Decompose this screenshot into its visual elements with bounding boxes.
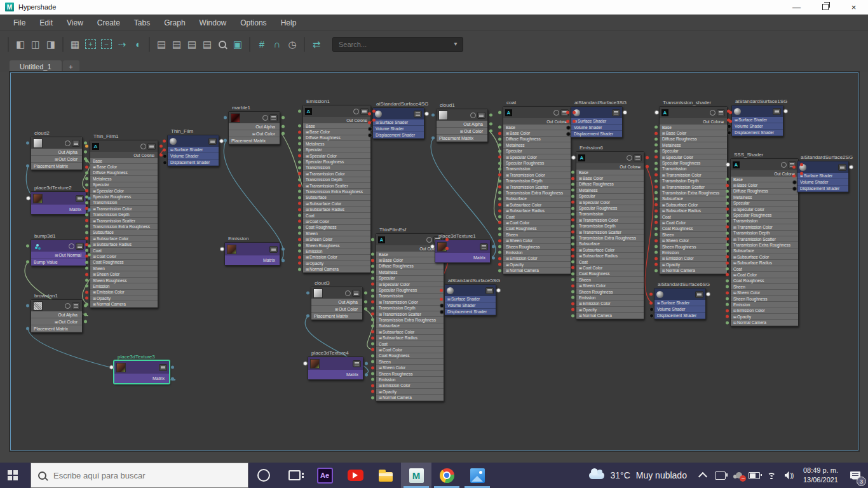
node-attr-row[interactable]: ⊞Out Color xyxy=(31,156,82,163)
magnet-snap-icon[interactable]: ∩ xyxy=(269,37,285,52)
node-aiStandardSurface4SG[interactable]: aiStandardSurface4SG⊞Surface ShaderVolum… xyxy=(372,107,424,139)
node-attr-row[interactable]: Emission xyxy=(376,377,444,383)
port-dot[interactable] xyxy=(498,203,501,207)
node-attr-row[interactable]: Diffuse Roughness xyxy=(503,137,571,142)
port-dot[interactable] xyxy=(498,233,501,236)
port-dot[interactable] xyxy=(371,318,374,322)
port-dot[interactable] xyxy=(571,254,574,257)
port-dot[interactable] xyxy=(726,238,729,241)
node-attr-row[interactable]: ⊞Surface Shader xyxy=(445,296,496,302)
node-out-color-row[interactable]: Out Color⊞ xyxy=(731,170,798,177)
port-dot[interactable] xyxy=(849,165,853,170)
port-dot[interactable] xyxy=(281,132,285,135)
snap-to-grid-icon[interactable]: # xyxy=(254,37,269,52)
node-header[interactable] xyxy=(114,361,169,374)
port-dot[interactable] xyxy=(566,125,571,130)
node-menu-icon[interactable] xyxy=(773,108,781,115)
node-header[interactable] xyxy=(168,135,219,147)
node-attr-row[interactable]: ⊞Subsurface Radius xyxy=(376,335,444,341)
node-attr-row[interactable]: Coat xyxy=(503,214,571,220)
node-attr-row[interactable]: ⊞Transmission Color xyxy=(90,206,158,212)
port-dot[interactable] xyxy=(109,365,114,370)
node-attr-row[interactable]: Displacement Shader xyxy=(445,309,496,315)
node-attr-row[interactable]: Specular xyxy=(576,194,644,200)
port-dot[interactable] xyxy=(371,348,374,351)
node-menu-icon[interactable] xyxy=(147,143,156,150)
port-dot[interactable] xyxy=(445,238,449,241)
port-dot[interactable] xyxy=(85,201,88,204)
node-menu-icon[interactable] xyxy=(72,302,80,309)
node-out-color-row[interactable]: Out Color⊞ xyxy=(660,118,727,125)
port-dot[interactable] xyxy=(298,232,301,235)
node-menu-icon[interactable] xyxy=(838,164,846,171)
node-attr-row[interactable]: Subsurface xyxy=(660,196,727,202)
port-dot[interactable] xyxy=(571,236,574,240)
port-dot[interactable] xyxy=(171,366,174,369)
node-header[interactable] xyxy=(229,112,280,123)
port-dot[interactable] xyxy=(440,297,443,301)
port-dot[interactable] xyxy=(298,226,301,229)
node-attr-row[interactable]: ⊞Opacity xyxy=(731,314,798,320)
node-header[interactable] xyxy=(437,109,487,121)
port-dot[interactable] xyxy=(85,273,88,276)
node-attr-row[interactable]: Specular Roughness xyxy=(731,212,798,218)
port-dot[interactable] xyxy=(498,245,501,248)
port-dot[interactable] xyxy=(298,154,301,158)
show-output-connections-icon[interactable]: ◨ xyxy=(43,37,58,52)
node-attr-row[interactable]: ⊞Emission Color xyxy=(731,308,798,314)
port-dot[interactable] xyxy=(571,201,574,204)
node-attr-row[interactable]: Transmission Depth xyxy=(90,212,158,218)
swatch-icon[interactable] xyxy=(140,144,146,149)
node-SSS_Shader[interactable]: SSS_ShaderAOut Color⊞Base⊞Base ColorDiff… xyxy=(730,158,799,327)
node-attr-row[interactable]: Base xyxy=(303,123,370,129)
node-ThinFilmEsf[interactable]: ThinFilmEsfAOut Color⊞Base⊞Base ColorDif… xyxy=(376,233,444,402)
port-dot[interactable] xyxy=(654,186,658,189)
port-dot[interactable] xyxy=(571,302,574,305)
port-dot[interactable] xyxy=(26,245,29,248)
node-aiStandardSurface2SG[interactable]: aiStandardSurface2SG⊞Surface ShaderVolum… xyxy=(797,161,849,193)
node-attr-row[interactable]: Transmission Depth xyxy=(303,177,370,183)
port-dot[interactable] xyxy=(371,283,374,286)
port-dot[interactable] xyxy=(498,191,501,194)
port-dot[interactable] xyxy=(654,239,658,242)
menu-window[interactable]: Window xyxy=(193,15,234,30)
node-attr-row[interactable]: Sheen xyxy=(376,359,444,365)
node-attr-row[interactable]: Transmission xyxy=(503,166,571,172)
port-dot[interactable] xyxy=(371,336,374,339)
node-attr-row[interactable]: ⊞Subsurface Radius xyxy=(90,241,158,247)
port-dot[interactable] xyxy=(783,109,788,114)
port-dot[interactable] xyxy=(726,163,730,167)
swatch-icon[interactable] xyxy=(353,109,359,114)
port-dot[interactable] xyxy=(281,259,285,262)
node-cloud1[interactable]: cloud1Out Alpha⊞Out ColorPlacement Matri… xyxy=(436,109,488,142)
port-dot[interactable] xyxy=(571,242,574,245)
node-attr-row[interactable]: ⊞Opacity xyxy=(660,262,727,268)
node-place3dTexture2[interactable]: place3dTexture2Matrix xyxy=(31,191,86,215)
port-dot[interactable] xyxy=(26,327,29,330)
node-header[interactable]: A xyxy=(90,140,158,152)
node-attr-row[interactable]: Transmission Extra Roughness xyxy=(660,190,727,196)
port-dot[interactable] xyxy=(26,261,29,264)
port-dot[interactable] xyxy=(298,166,301,169)
menu-graph[interactable]: Graph xyxy=(157,15,192,30)
close-button[interactable]: × xyxy=(839,0,868,14)
node-attr-row[interactable]: ⊞Transmission Scatter xyxy=(731,236,798,242)
node-attr-row[interactable]: Transmission xyxy=(376,294,444,299)
node-place3dTexture4[interactable]: place3dTexture4Matrix xyxy=(308,356,363,380)
search-input[interactable] xyxy=(337,40,449,49)
port-dot[interactable] xyxy=(492,245,495,248)
node-attr-row[interactable]: Coat xyxy=(731,266,798,272)
port-dot[interactable] xyxy=(431,137,435,140)
node-attr-row[interactable]: Volume Shader xyxy=(571,125,622,131)
port-dot[interactable] xyxy=(371,306,374,309)
node-attr-row[interactable]: Coat Roughness xyxy=(576,271,644,277)
port-dot[interactable] xyxy=(654,137,658,140)
port-dot[interactable] xyxy=(364,308,367,311)
node-header[interactable]: A xyxy=(376,234,444,245)
node-header[interactable] xyxy=(797,161,848,173)
port-dot[interactable] xyxy=(371,238,374,241)
layout-spread-icon[interactable]: ▤ xyxy=(200,37,215,52)
port-dot[interactable] xyxy=(571,177,574,180)
port-dot[interactable] xyxy=(654,179,658,182)
port-dot[interactable] xyxy=(26,196,31,201)
